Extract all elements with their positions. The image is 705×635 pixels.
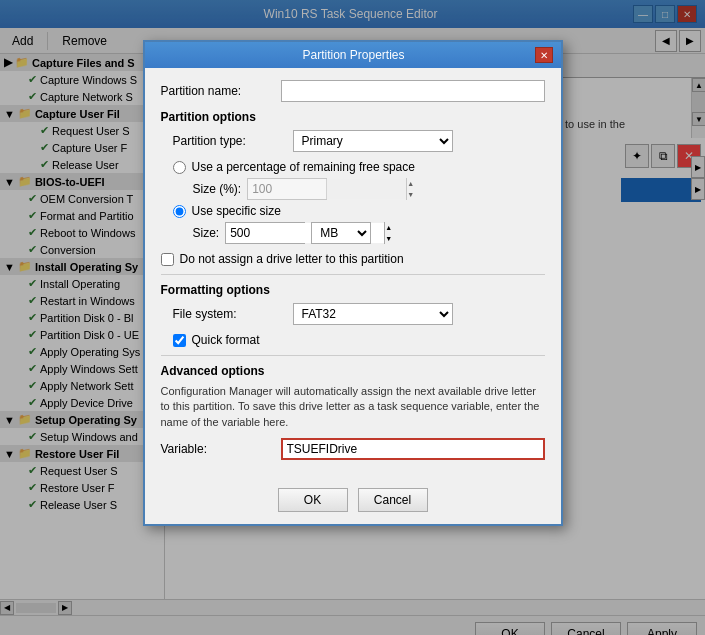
no-drive-letter-label: Do not assign a drive letter to this par…: [180, 252, 404, 266]
formatting-options-label: Formatting options: [161, 283, 545, 297]
modal-title: Partition Properties: [173, 48, 535, 62]
radio-specific-label: Use specific size: [192, 204, 281, 218]
size-up-arrow[interactable]: ▲: [385, 222, 392, 233]
variable-input[interactable]: [281, 438, 545, 460]
radio-percentage[interactable]: [173, 161, 186, 174]
size-percent-up: ▲: [407, 178, 414, 189]
size-spinner[interactable]: ▲ ▼: [225, 222, 305, 244]
divider2: [161, 355, 545, 356]
size-percent-input: [248, 179, 406, 199]
no-drive-letter-row: Do not assign a drive letter to this par…: [161, 252, 545, 266]
modal-body: Partition name: Partition options Partit…: [145, 68, 561, 480]
advanced-options-label: Advanced options: [161, 364, 545, 378]
size-percent-label: Size (%):: [193, 182, 242, 196]
radio-percentage-label: Use a percentage of remaining free space: [192, 160, 415, 174]
modal-cancel-button[interactable]: Cancel: [358, 488, 428, 512]
modal-title-bar: Partition Properties ✕: [145, 42, 561, 68]
divider1: [161, 274, 545, 275]
radio-percentage-row: Use a percentage of remaining free space: [173, 160, 545, 174]
variable-label: Variable:: [161, 442, 281, 456]
size-percent-spinner: ▲ ▼: [247, 178, 327, 200]
size-arrows[interactable]: ▲ ▼: [384, 222, 392, 244]
modal-overlay: Partition Properties ✕ Partition name: P…: [0, 0, 705, 635]
advanced-desc: Configuration Manager will automatically…: [161, 384, 545, 430]
partition-properties-dialog: Partition Properties ✕ Partition name: P…: [143, 40, 563, 526]
filesystem-label: File system:: [173, 307, 293, 321]
size-unit-select[interactable]: MB GB: [311, 222, 371, 244]
partition-options-label: Partition options: [161, 110, 545, 124]
partition-type-row: Partition type: Primary Extended Logical: [173, 130, 545, 152]
size-value-row: Size: ▲ ▼ MB GB: [193, 222, 545, 244]
partition-name-input[interactable]: [281, 80, 545, 102]
no-drive-letter-checkbox[interactable]: [161, 253, 174, 266]
modal-footer: OK Cancel: [145, 480, 561, 524]
modal-ok-button[interactable]: OK: [278, 488, 348, 512]
quick-format-row: Quick format: [173, 333, 545, 347]
variable-row: Variable:: [161, 438, 545, 460]
quick-format-checkbox[interactable]: [173, 334, 186, 347]
partition-name-label: Partition name:: [161, 84, 281, 98]
size-label: Size:: [193, 226, 220, 240]
partition-type-select[interactable]: Primary Extended Logical: [293, 130, 453, 152]
size-percent-arrows: ▲ ▼: [406, 178, 414, 200]
modal-close-button[interactable]: ✕: [535, 47, 553, 63]
size-down-arrow[interactable]: ▼: [385, 233, 392, 244]
partition-options-content: Partition type: Primary Extended Logical…: [173, 130, 545, 244]
size-percent-row: Size (%): ▲ ▼: [193, 178, 545, 200]
filesystem-row: File system: FAT32 NTFS exFAT: [173, 303, 545, 325]
partition-type-label: Partition type:: [173, 134, 293, 148]
radio-specific-row: Use specific size: [173, 204, 545, 218]
formatting-content: File system: FAT32 NTFS exFAT Quick form…: [173, 303, 545, 347]
quick-format-label: Quick format: [192, 333, 260, 347]
radio-specific[interactable]: [173, 205, 186, 218]
partition-name-row: Partition name:: [161, 80, 545, 102]
filesystem-select[interactable]: FAT32 NTFS exFAT: [293, 303, 453, 325]
size-percent-down: ▼: [407, 189, 414, 200]
